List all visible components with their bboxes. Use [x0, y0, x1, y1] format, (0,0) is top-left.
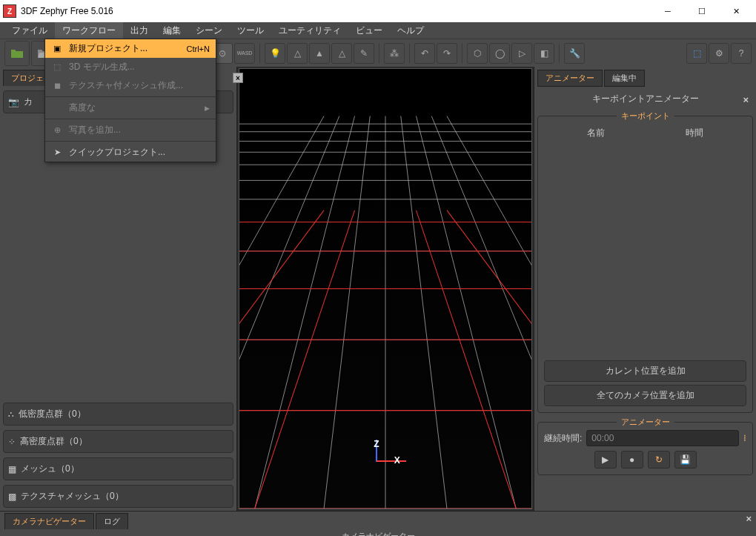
tab-log[interactable]: ログ [96, 513, 128, 529]
brush-icon[interactable]: ✎ [354, 43, 374, 64]
menu-utility[interactable]: ユーティリティ [271, 22, 348, 39]
workflow-dropdown: ▣ 新規プロジェクト... Ctrl+N ⬚ 3D モデル生成... ◼ テクス… [44, 39, 216, 162]
bottom-title: カメラナビゲーター [0, 531, 756, 536]
close-button[interactable]: ✕ [719, 0, 753, 22]
texmesh-row[interactable]: ▩ テクスチャメッシュ（0） [3, 485, 233, 508]
triangle-3-icon[interactable]: △ [331, 43, 352, 64]
menu-workflow[interactable]: ワークフロー [55, 22, 123, 39]
animator-legend: アニメーター [617, 417, 674, 428]
shape-1-icon[interactable]: ⬡ [467, 43, 488, 64]
titlebar: Z 3DF Zephyr Free 5.016 ─ ☐ ✕ [0, 0, 756, 22]
texmesh-create-label: テクスチャ付メッシュ作成... [69, 79, 183, 92]
quick-label: クイックプロジェクト... [69, 146, 165, 159]
tab-camera-nav[interactable]: カメラナビゲーター [4, 513, 94, 529]
col-time: 時間 [686, 127, 703, 139]
record-button[interactable]: ● [621, 451, 643, 469]
menu-add-photo: ⊕ 写真を追加... [45, 121, 216, 139]
bottom-close-icon[interactable]: × [746, 513, 752, 524]
wasd-icon[interactable]: WASD [234, 43, 255, 64]
circle-icon[interactable]: ◯ [489, 43, 510, 64]
plus-circle-icon: ⊕ [51, 125, 63, 136]
mesh-icon: ▦ [8, 464, 16, 474]
help-icon[interactable]: ? [731, 43, 752, 64]
menu-tools[interactable]: ツール [230, 22, 271, 39]
window-title: 3DF Zephyr Free 5.016 [21, 6, 651, 16]
add-all-button[interactable]: 全てのカメラ位置を追加 [544, 385, 746, 406]
duration-label: 継続時間: [544, 432, 582, 445]
triangle-2-icon[interactable]: ▲ [309, 43, 330, 64]
maximize-button[interactable]: ☐ [685, 0, 719, 22]
redo-icon[interactable]: ↷ [437, 43, 457, 64]
mesh-label: メッシュ（0） [21, 463, 79, 475]
advanced-label: 高度な [69, 102, 96, 114]
add-current-button[interactable]: カレント位置を追加 [544, 360, 746, 382]
keypoint-legend: キーポイント [617, 110, 674, 122]
loop-button[interactable]: ↻ [648, 451, 670, 469]
tab-animator[interactable]: アニメーター [537, 70, 603, 87]
play-button[interactable]: ▶ [594, 451, 617, 469]
folder-new-icon[interactable] [4, 41, 30, 66]
col-name: 名前 [587, 127, 605, 139]
triangle-1-icon[interactable]: △ [287, 43, 308, 64]
points-sparse-icon: ∴ [8, 409, 14, 420]
new-project-shortcut: Ctrl+N [187, 44, 210, 53]
cursor-icon[interactable]: ▷ [511, 43, 532, 64]
menu-help[interactable]: ヘルプ [390, 22, 431, 39]
menu-texmesh-create: ◼ テクスチャ付メッシュ作成... [45, 76, 216, 95]
panel-close-icon[interactable]: × [743, 94, 749, 105]
menu-output[interactable]: 出力 [123, 22, 156, 39]
minimize-button[interactable]: ─ [651, 0, 685, 22]
right-panel: アニメーター 編集中 キーポイントアニメーター × キーポイント 名前 時間 カ… [534, 67, 756, 511]
menu-scene[interactable]: シーン [188, 22, 230, 39]
menu-view[interactable]: ビュー [348, 22, 390, 39]
high-density-label: 高密度点群（0） [20, 435, 87, 448]
cube-wire-icon: ⬚ [51, 62, 63, 73]
send-icon: ➤ [51, 147, 63, 159]
duration-input[interactable]: 00:00 [586, 430, 739, 446]
add-photo-label: 写真を追加... [69, 124, 121, 136]
new-project-icon: ▣ [51, 43, 63, 55]
save-anim-button[interactable]: 💾 [674, 451, 697, 469]
app-icon: Z [3, 4, 16, 18]
menu-quick-project[interactable]: ➤ クイックプロジェクト... [45, 143, 216, 162]
viewport-tab-close-icon[interactable]: × [233, 73, 243, 83]
cube-icon[interactable]: ◧ [534, 43, 554, 64]
light-icon[interactable]: 💡 [265, 43, 285, 64]
mesh-row[interactable]: ▦ メッシュ（0） [3, 457, 233, 480]
gear-icon[interactable]: ⚙ [709, 43, 729, 64]
axis-x-line [377, 460, 406, 462]
keypoint-list [544, 142, 746, 357]
submenu-arrow-icon: ▶ [205, 105, 210, 112]
menu-file[interactable]: ファイル [4, 22, 55, 39]
gen-3d-label: 3D モデル生成... [69, 61, 135, 73]
duration-stepper-icon[interactable]: ⁞ [743, 433, 746, 443]
viewport-3d[interactable]: Z X [239, 68, 532, 509]
menubar: ファイル ワークフロー 出力 編集 シーン ツール ユーティリティ ビュー ヘル… [0, 22, 756, 39]
tab-editing[interactable]: 編集中 [604, 70, 645, 87]
axis-x-label: X [394, 455, 400, 466]
undo-icon[interactable]: ↶ [414, 43, 435, 64]
menu-edit[interactable]: 編集 [156, 22, 188, 39]
camera-label: カ [24, 96, 33, 108]
wrench-icon[interactable]: 🔧 [564, 43, 585, 64]
new-project-label: 新規プロジェクト... [69, 42, 147, 55]
menu-new-project[interactable]: ▣ 新規プロジェクト... Ctrl+N [45, 39, 216, 58]
high-density-row[interactable]: ⁘ 高密度点群（0） [3, 430, 233, 453]
camera-settings-icon[interactable]: ⁂ [384, 43, 405, 64]
texmesh-label: テクスチャメッシュ（0） [21, 490, 124, 503]
camera-icon: 📷 [8, 97, 19, 107]
cube-solid-icon: ◼ [51, 80, 63, 92]
points-dense-icon: ⁘ [8, 437, 16, 447]
box-3d-icon[interactable]: ⬚ [686, 43, 707, 64]
axis-z-label: Z [374, 439, 379, 449]
low-density-label: 低密度点群（0） [19, 408, 86, 420]
animator-fieldset: アニメーター 継続時間: 00:00 ⁞ ▶ ● ↻ 💾 [537, 422, 753, 475]
animator-title: キーポイントアニメーター [537, 91, 753, 107]
menu-3d-generate: ⬚ 3D モデル生成... [45, 58, 216, 76]
keypoint-fieldset: キーポイント 名前 時間 カレント位置を追加 全てのカメラ位置を追加 [537, 116, 753, 413]
texmesh-icon: ▩ [8, 492, 16, 502]
bottom-panel: カメラナビゲーター ログ × カメラナビゲーター [0, 511, 756, 536]
menu-advanced[interactable]: 高度な ▶ [45, 99, 216, 117]
low-density-row[interactable]: ∴ 低密度点群（0） [3, 403, 233, 426]
